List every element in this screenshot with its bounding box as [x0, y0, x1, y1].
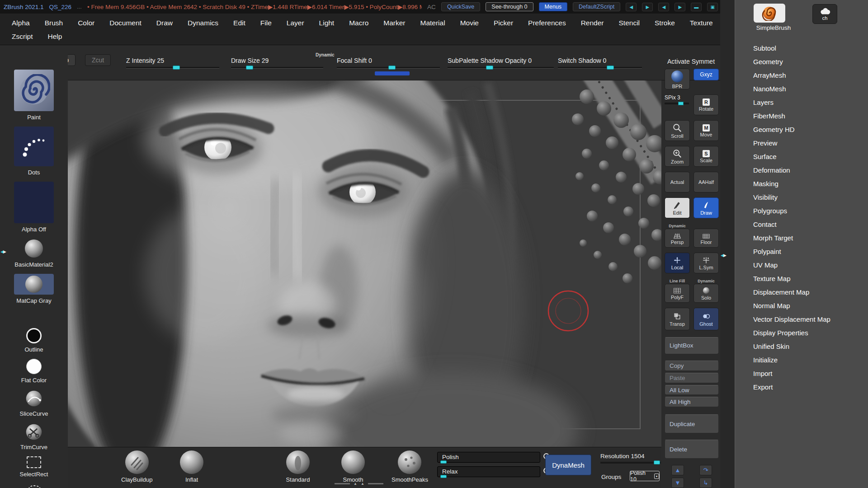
palette-item-morph-target[interactable]: Morph Target [735, 231, 868, 245]
polish-cap-icon[interactable]: ● [654, 474, 659, 479]
bpr-button[interactable]: BPR [665, 69, 690, 89]
menu-zscript[interactable]: Zscript [12, 33, 33, 41]
palette-item-uv-map[interactable]: UV Map [735, 258, 868, 272]
palette-item-export[interactable]: Export [735, 380, 868, 394]
palette-item-masking[interactable]: Masking [735, 177, 868, 191]
aahalf-button[interactable]: AAHalf [693, 172, 719, 192]
slider-thumb[interactable] [654, 460, 660, 465]
palette-item-initialize[interactable]: Initialize [735, 353, 868, 367]
polyf-button[interactable]: PolyF [665, 284, 690, 303]
copy-button[interactable]: Copy [665, 361, 719, 371]
quicksave-button[interactable]: QuickSave [441, 2, 480, 11]
draw-size-slider[interactable]: Draw Size 29 [231, 57, 323, 69]
slider-thumb[interactable] [388, 66, 396, 70]
brush-smooth[interactable]: Smooth [340, 450, 366, 483]
palette-item-normal-map[interactable]: Normal Map [735, 299, 868, 313]
sculpt-viewport[interactable] [68, 80, 661, 447]
palette-item-displacement-map[interactable]: Displacement Map [735, 286, 868, 299]
menu-edit[interactable]: Edit [233, 19, 245, 27]
paste-button[interactable]: Paste [665, 373, 719, 383]
draw-button[interactable]: Draw [693, 197, 719, 218]
trimcurve-item[interactable]: TrimCurve [20, 423, 47, 450]
palette-item-vector-displacement-map[interactable]: Vector Displacement Map [735, 313, 868, 326]
local-button[interactable]: Local [665, 253, 690, 273]
palette-item-arraymesh[interactable]: ArrayMesh [735, 69, 868, 82]
brush-inflat[interactable]: Inflat [179, 450, 204, 483]
minimize-icon[interactable]: ▬ [691, 3, 702, 11]
menu-color[interactable]: Color [78, 19, 94, 27]
restore-icon[interactable]: ▣ [707, 3, 718, 11]
polish-slider[interactable]: Polish [437, 452, 540, 463]
zoom-button[interactable]: Zoom [665, 146, 690, 167]
brush-claybuildup[interactable]: ClayBuildup [121, 450, 152, 483]
palette-item-geometry-hd[interactable]: Geometry HD [735, 123, 868, 136]
menu-material[interactable]: Material [420, 19, 445, 27]
palette-item-subtool[interactable]: Subtool [735, 42, 868, 55]
left-panel-divider-handle[interactable]: ◀▶ [0, 249, 6, 254]
palette-item-preview[interactable]: Preview [735, 136, 868, 150]
persp-button[interactable]: Persp [665, 229, 690, 248]
subtool-branch-icon[interactable]: ↳ [699, 478, 712, 488]
matcap-item[interactable]: MatCap Gray [14, 274, 54, 304]
outline-color-swatch[interactable] [26, 328, 42, 343]
menu-preferences[interactable]: Preferences [528, 19, 566, 27]
see-through-slider[interactable]: See-through 0 [486, 2, 533, 11]
slider-thumb[interactable] [678, 102, 684, 105]
relax-slider[interactable]: Relax [437, 466, 540, 477]
palette-item-nanomesh[interactable]: NanoMesh [735, 82, 868, 96]
palette-item-polypaint[interactable]: Polypaint [735, 245, 868, 258]
palette-item-polygroups[interactable]: Polygroups [735, 204, 868, 218]
slicecurve-item[interactable]: SliceCurve [20, 389, 48, 417]
delete-button[interactable]: Delete [665, 440, 719, 459]
floor-button[interactable]: Floor [693, 229, 719, 248]
alpha-off-thumbnail[interactable] [14, 182, 54, 223]
duplicate-button[interactable]: Duplicate [665, 414, 719, 433]
select-lasso-icon[interactable] [25, 483, 43, 488]
lsym-button[interactable]: L.Sym [693, 253, 719, 273]
dynamesh-polish-slider[interactable]: Polish 10 ● [630, 471, 660, 481]
slider-thumb[interactable] [440, 475, 447, 478]
palette-item-import[interactable]: Import [735, 367, 868, 380]
palette-item-contact[interactable]: Contact [735, 218, 868, 231]
menu-document[interactable]: Document [109, 19, 142, 27]
slider-thumb[interactable] [486, 66, 493, 70]
matcap-gray-thumbnail[interactable] [14, 274, 54, 295]
focal-shift-slider[interactable]: Focal Shift 0 [337, 57, 440, 69]
menu-movie[interactable]: Movie [460, 19, 479, 27]
all-high-button[interactable]: All High [665, 397, 719, 407]
palette-item-display-properties[interactable]: Display Properties [735, 326, 868, 340]
menu-brush[interactable]: Brush [45, 19, 63, 27]
secondary-color-item[interactable]: Flat Color [21, 359, 47, 384]
transp-button[interactable]: Transp [665, 308, 690, 330]
menu-dynamics[interactable]: Dynamics [188, 19, 218, 27]
solo-button[interactable]: Solo [693, 284, 719, 303]
menu-stencil[interactable]: Stencil [619, 19, 640, 27]
slider-thumb[interactable] [246, 66, 253, 70]
gxyz-button[interactable]: Gxyz [693, 69, 719, 80]
material-item[interactable]: BasicMaterial2 [14, 239, 53, 268]
right-panel-divider-handle[interactable]: ◀▶ [721, 253, 726, 258]
tool-slot-ch[interactable]: ch 20 [812, 4, 837, 24]
current-tool-thumbnail[interactable] [754, 4, 785, 23]
slider-thumb[interactable] [440, 460, 447, 464]
subpalette-shadow-opacity-slider[interactable]: SubPalette Shadow Opacity 0 [448, 57, 554, 69]
selectrect-item[interactable]: SelectRect [20, 456, 48, 478]
flat-color-swatch[interactable] [26, 359, 42, 374]
groups-toggle[interactable]: Groups [601, 474, 621, 480]
slider-thumb[interactable] [173, 66, 180, 70]
subtool-down-icon[interactable]: ▼ [671, 478, 684, 488]
actual-button[interactable]: Actual [665, 172, 690, 192]
dock-right-icon[interactable]: ▶ [642, 3, 653, 11]
subtool-up-icon[interactable]: ▲ [671, 465, 684, 475]
dynamesh-button[interactable]: DynaMesh [545, 455, 591, 475]
menu-marker[interactable]: Marker [383, 19, 405, 27]
palette-item-geometry[interactable]: Geometry [735, 55, 868, 69]
scroll-button[interactable]: Scroll [665, 120, 690, 141]
rotate-button[interactable]: R Rotate [693, 94, 719, 115]
move-button[interactable]: M Move [693, 120, 719, 141]
menu-picker[interactable]: Picker [494, 19, 513, 27]
panel-left-icon[interactable]: ◀ [658, 3, 669, 11]
alpha-item[interactable]: Alpha Off [14, 182, 54, 233]
palette-item-visibility[interactable]: Visibility [735, 191, 868, 204]
switch-shadow-slider[interactable]: Switch Shadow 0 [558, 57, 642, 69]
